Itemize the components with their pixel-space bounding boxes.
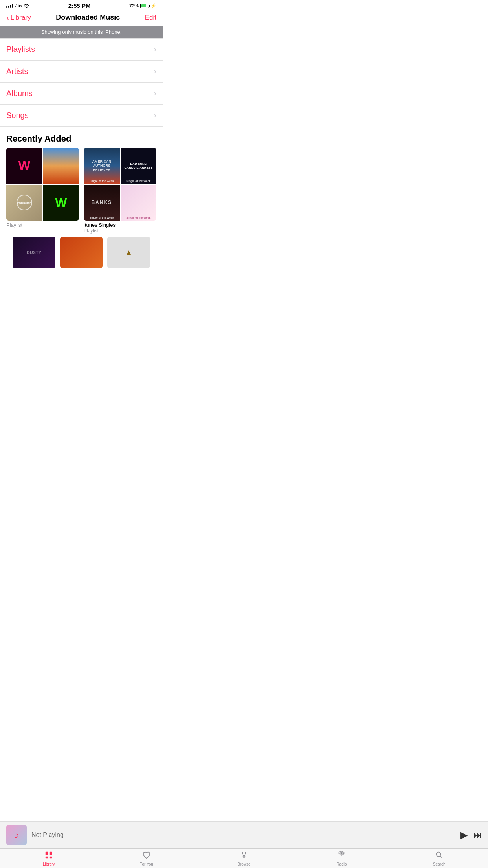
songs-label: Songs (6, 111, 29, 120)
edit-button[interactable]: Edit (145, 14, 156, 22)
songs-item[interactable]: Songs › (0, 105, 163, 127)
albums-chevron-icon: › (154, 89, 156, 97)
recently-added-header: Recently Added (0, 127, 163, 148)
album-art-2d: Single of the Week (121, 185, 157, 221)
preview-item-3[interactable]: ▲ (107, 237, 150, 268)
recently-added-section: W FRENSHIP W (0, 148, 163, 268)
battery-percent: 73% (129, 3, 139, 9)
page-title: Downloaded Music (56, 13, 120, 22)
albums-item[interactable]: Albums › (0, 83, 163, 105)
preview-item-1[interactable]: DUSTY (13, 237, 55, 268)
carrier-label: Jio (15, 3, 22, 9)
album-art-1b (43, 148, 79, 184)
back-label: Library (11, 14, 31, 22)
library-menu: Playlists › Artists › Albums › Songs › (0, 38, 163, 127)
album-art-1c: FRENSHIP (6, 185, 42, 221)
playlists-label: Playlists (6, 45, 35, 54)
album-row-1: W FRENSHIP W (6, 148, 156, 234)
album-art-2c: BANKS Single of the Week (84, 185, 120, 221)
albums-label: Albums (6, 89, 33, 98)
playlists-item[interactable]: Playlists › (0, 39, 163, 61)
album-grid-2: AMERICAN AUTHORSBELIEVER Single of the W… (84, 148, 156, 221)
album-label-1: Playlist (6, 222, 79, 228)
artists-chevron-icon: › (154, 67, 156, 75)
album-art-1a: W (6, 148, 42, 184)
album-art-2a: AMERICAN AUTHORSBELIEVER Single of the W… (84, 148, 120, 184)
wifi-icon (23, 4, 29, 8)
album-item-2[interactable]: AMERICAN AUTHORSBELIEVER Single of the W… (84, 148, 156, 234)
album-sublabel-2: Playlist (84, 228, 156, 234)
status-time: 2:55 PM (68, 2, 91, 9)
back-button[interactable]: ‹ Library (6, 13, 31, 22)
album-art-1d: W (43, 185, 79, 221)
download-banner: Showing only music on this iPhone. (0, 26, 163, 38)
battery-icon (140, 4, 149, 8)
signal-bars (6, 4, 13, 8)
preview-row: DUSTY ▲ (6, 237, 156, 268)
status-bar: Jio 2:55 PM 73% ⚡ (0, 0, 163, 11)
banner-text: Showing only music on this iPhone. (41, 29, 122, 35)
playlists-chevron-icon: › (154, 45, 156, 53)
chevron-left-icon: ‹ (6, 13, 9, 22)
status-left: Jio (6, 3, 29, 9)
status-right: 73% ⚡ (129, 3, 156, 9)
recently-added-title: Recently Added (6, 134, 71, 143)
artists-item[interactable]: Artists › (0, 61, 163, 83)
preview-item-2[interactable] (60, 237, 103, 268)
songs-chevron-icon: › (154, 111, 156, 120)
charging-icon: ⚡ (150, 3, 156, 9)
album-item-1[interactable]: W FRENSHIP W (6, 148, 79, 234)
nav-bar: ‹ Library Downloaded Music Edit (0, 11, 163, 26)
album-art-2b: BAD SUNSCARDIAC ARREST Single of the Wee… (121, 148, 157, 184)
album-grid-1: W FRENSHIP W (6, 148, 79, 221)
artists-label: Artists (6, 67, 28, 76)
album-label-2: itunes Singles (84, 222, 156, 228)
